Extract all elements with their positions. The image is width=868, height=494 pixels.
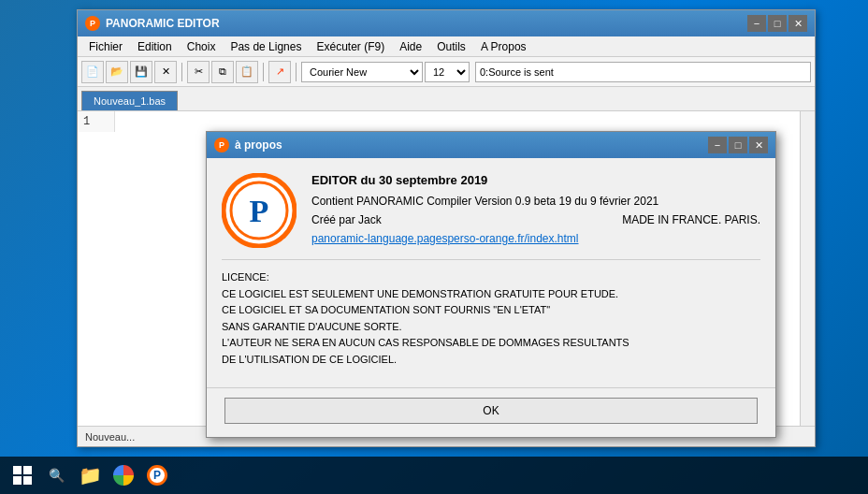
menu-pas-de-lignes[interactable]: Pas de Lignes: [223, 38, 309, 55]
svg-text:P: P: [250, 194, 269, 228]
about-info-section: EDITOR du 30 septembre 2019 Contient PAN…: [311, 173, 760, 248]
about-license: LICENCE: CE LOGICIEL EST SEULEMENT UNE D…: [222, 259, 760, 369]
about-titlebar-left: P à propos: [214, 138, 282, 153]
vertical-scrollbar[interactable]: [800, 111, 815, 426]
delete-button[interactable]: ✕: [154, 61, 177, 83]
minimize-button[interactable]: −: [747, 15, 766, 32]
about-origin: MADE IN FRANCE. PARIS.: [622, 213, 760, 226]
editor-titlebar: P PANORAMIC EDITOR − □ ✕: [78, 10, 815, 36]
toolbar-separator-2: [263, 63, 264, 81]
about-link[interactable]: panoramic-language.pagesperso-orange.fr/…: [311, 232, 579, 245]
run-button[interactable]: ↗: [268, 61, 291, 83]
taskbar-panoramic[interactable]: P: [142, 460, 172, 490]
ok-button[interactable]: OK: [224, 398, 758, 424]
about-app-icon: P: [214, 138, 229, 153]
statusbar-text: Nouveau...: [85, 431, 135, 443]
about-logo: P: [222, 173, 297, 248]
paste-button[interactable]: 📋: [236, 61, 258, 83]
license-title: LICENCE:: [222, 269, 760, 286]
open-button[interactable]: 📂: [106, 61, 128, 83]
license-line-1: CE LOGICIEL EST SEULEMENT UNE DEMONSTRAT…: [222, 286, 760, 303]
taskbar-start-button[interactable]: [7, 460, 37, 490]
maximize-button[interactable]: □: [768, 15, 787, 32]
about-titlebar: P à propos − □ ✕: [207, 132, 775, 158]
taskbar-chrome[interactable]: [108, 460, 138, 490]
chrome-icon: [113, 465, 134, 486]
new-button[interactable]: 📄: [81, 61, 104, 83]
about-content: P EDITOR du 30 septembre 2019 Contient P…: [207, 158, 775, 384]
about-title: à propos: [235, 138, 282, 152]
editor-title: PANORAMIC EDITOR: [106, 17, 220, 30]
about-close-button[interactable]: ✕: [749, 137, 768, 153]
close-button[interactable]: ✕: [788, 15, 807, 32]
about-maximize-button[interactable]: □: [729, 137, 747, 153]
about-author-row: Créé par Jack MADE IN FRANCE. PARIS.: [311, 213, 760, 226]
toolbar: 📄 📂 💾 ✕ ✂ ⧉ 📋 ↗ Courier New 12: [78, 57, 815, 87]
menu-executer[interactable]: Exécuter (F9): [309, 38, 392, 55]
taskbar-files[interactable]: 📁: [75, 460, 105, 490]
font-selector[interactable]: Courier New: [301, 62, 423, 82]
license-line-3: SANS GARANTIE D'AUCUNE SORTE.: [222, 319, 760, 336]
taskbar: 🔍 📁 P: [0, 457, 868, 494]
menu-fichier[interactable]: Fichier: [81, 38, 130, 55]
windows-icon: [13, 466, 32, 485]
about-window-controls: − □ ✕: [708, 137, 768, 153]
license-line-2: CE LOGICIEL ET SA DOCUMENTATION SONT FOU…: [222, 302, 760, 319]
menu-outils[interactable]: Outils: [429, 38, 473, 55]
about-top-section: P EDITOR du 30 septembre 2019 Contient P…: [222, 173, 760, 248]
toolbar-separator-3: [296, 63, 297, 81]
panoramic-icon: P: [147, 465, 167, 486]
desktop: P PANORAMIC EDITOR − □ ✕ Fichier Edition…: [0, 0, 868, 494]
menubar: Fichier Edition Choix Pas de Lignes Exéc…: [78, 36, 815, 57]
about-compiler-version: Contient PANORAMIC Compiler Version 0.9 …: [311, 195, 760, 208]
menu-edition[interactable]: Edition: [130, 38, 180, 55]
about-editor-date: EDITOR du 30 septembre 2019: [311, 173, 760, 187]
cut-button[interactable]: ✂: [187, 61, 210, 83]
editor-tab[interactable]: Nouveau_1.bas: [81, 91, 178, 110]
folder-icon: 📁: [79, 464, 102, 487]
size-selector[interactable]: 12: [425, 62, 470, 82]
status-input[interactable]: [475, 62, 811, 82]
editor-titlebar-left: P PANORAMIC EDITOR: [85, 16, 220, 31]
copy-button[interactable]: ⧉: [211, 61, 234, 83]
tabbar: Nouveau_1.bas: [78, 87, 815, 111]
line-numbers: 1: [78, 111, 115, 132]
license-line-5: DE L'UTILISATION DE CE LOGICIEL.: [222, 352, 760, 369]
menu-aide[interactable]: Aide: [392, 38, 429, 55]
about-minimize-button[interactable]: −: [708, 137, 727, 153]
editor-window-controls: − □ ✕: [747, 15, 807, 32]
taskbar-search[interactable]: 🔍: [41, 460, 71, 490]
menu-choix[interactable]: Choix: [180, 38, 224, 55]
about-author-text: Créé par Jack: [311, 213, 382, 226]
menu-apropos[interactable]: A Propos: [473, 38, 534, 55]
toolbar-separator-1: [181, 63, 182, 81]
about-ok-row: OK: [207, 387, 775, 437]
about-dialog: P à propos − □ ✕ P: [206, 131, 776, 438]
save-button[interactable]: 💾: [130, 61, 152, 83]
editor-app-icon: P: [85, 16, 100, 31]
license-line-4: L'AUTEUR NE SERA EN AUCUN CAS RESPONSABL…: [222, 335, 760, 352]
